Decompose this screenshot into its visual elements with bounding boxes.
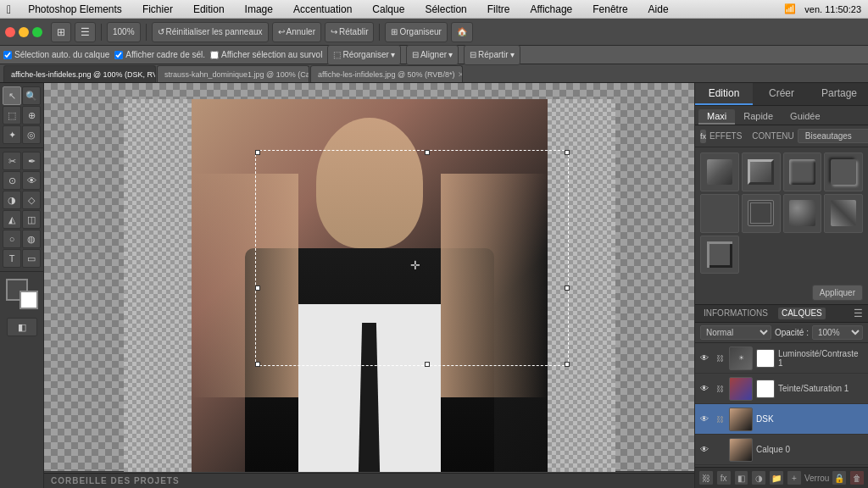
menu-filtre[interactable]: Filtre <box>484 3 514 15</box>
lock-btn[interactable]: 🔒 <box>832 470 847 485</box>
layer-visibility-4[interactable]: 👁 <box>698 444 710 456</box>
add-style-btn[interactable]: fx <box>716 470 732 485</box>
opacity-select[interactable]: 100% 75% 50% <box>812 325 863 340</box>
magic-wand-tool[interactable]: ✦ <box>3 125 21 144</box>
menu-fichier[interactable]: Fichier <box>139 3 176 15</box>
opacity-label: Opacité : <box>775 328 809 337</box>
afficher-selection-option[interactable]: Afficher sélection au survol <box>210 50 322 59</box>
bevel-item-6[interactable] <box>742 194 781 233</box>
menu-selection[interactable]: Sélection <box>421 3 470 15</box>
annuler-btn[interactable]: ↩ Annuler <box>272 22 321 42</box>
bevel-item-5[interactable] <box>700 194 739 233</box>
effets-tab[interactable]: EFFETS <box>709 131 742 141</box>
text-tool[interactable]: T <box>3 249 21 268</box>
bevel-item-8[interactable] <box>824 194 863 233</box>
repartir-btn[interactable]: ⊟ Répartir ▾ <box>464 45 520 65</box>
lasso-tool[interactable]: ⊕ <box>22 106 41 125</box>
marquee-tool[interactable]: ⬚ <box>3 106 21 125</box>
thumbnail-view-btn[interactable]: ⊞ <box>51 22 71 42</box>
layer-item-teinte[interactable]: 👁 ⛓ Teinte/Saturation 1 <box>695 374 868 404</box>
layer-item-calque0[interactable]: 👁 Calque 0 <box>695 435 868 465</box>
delete-layer-btn[interactable]: 🗑 <box>849 470 865 485</box>
reorganiser-btn[interactable]: ⬚ Réorganiser ▾ <box>327 45 400 65</box>
menu-image[interactable]: Image <box>242 3 276 15</box>
bevel-item-4[interactable] <box>824 152 863 191</box>
add-mask-btn[interactable]: ◧ <box>734 470 749 485</box>
zoom-tool[interactable]: 🔍 <box>22 86 41 105</box>
quick-select-tool[interactable]: ◎ <box>22 125 41 144</box>
paint-bucket-tool[interactable]: ◭ <box>3 210 21 229</box>
right-panel: Edition Créer Partage Maxi Rapide Guidée… <box>694 83 868 488</box>
brush-tool[interactable]: ◑ <box>3 191 21 209</box>
bevel-item-9[interactable] <box>700 236 739 274</box>
menu-edition[interactable]: Edition <box>190 3 228 15</box>
new-layer-btn[interactable]: + <box>787 470 802 485</box>
blur-tool[interactable]: ◍ <box>22 230 41 248</box>
subtab-maxi[interactable]: Maxi <box>698 109 735 125</box>
doc-tab-1[interactable]: affiche-les-infideles.png @ 100% (DSK, R… <box>3 65 156 82</box>
biseautages-select[interactable]: Biseautages Ombres portées Lueur extérie… <box>798 129 868 143</box>
layer-item-luminosite[interactable]: 👁 ⛓ ☀ Luminosité/Contraste 1 <box>695 343 868 374</box>
doc-tab-3[interactable]: affiche-les-infideles.jpg @ 50% (RVB/8*)… <box>310 65 463 82</box>
spot-heal-tool[interactable]: ⊙ <box>3 171 21 190</box>
tab-close-3[interactable]: ✕ <box>458 70 463 79</box>
move-tool[interactable]: ↖ <box>3 86 21 105</box>
retablir-btn[interactable]: ↪ Rétablir <box>325 22 374 42</box>
close-button[interactable] <box>5 27 15 37</box>
subtab-guidee[interactable]: Guidée <box>782 109 828 125</box>
menu-affichage[interactable]: Affichage <box>526 3 576 15</box>
link-layers-btn[interactable]: ⛓ <box>698 470 714 485</box>
minimize-button[interactable] <box>19 27 29 37</box>
quick-mask-btn[interactable]: ◧ <box>7 318 37 336</box>
gradient-tool[interactable]: ◫ <box>22 210 41 229</box>
informations-tab[interactable]: INFORMATIONS <box>700 308 771 319</box>
subtab-rapide[interactable]: Rapide <box>735 109 782 125</box>
dodge-tool[interactable]: ○ <box>3 230 21 248</box>
add-adjustment-btn[interactable]: ◑ <box>751 470 766 485</box>
menu-fenetre[interactable]: Fenêtre <box>589 3 631 15</box>
tab-edition[interactable]: Edition <box>695 83 753 105</box>
doc-tab-2[interactable]: strauss-kahn_dominique1.jpg @ 100% (Calq… <box>157 65 309 82</box>
list-view-btn[interactable]: ☰ <box>75 22 96 42</box>
selection-handle-bl <box>255 362 260 367</box>
bevel-item-7[interactable] <box>783 194 822 233</box>
background-color[interactable] <box>19 291 38 309</box>
eraser-tool[interactable]: ◇ <box>22 191 41 209</box>
layer-visibility-2[interactable]: 👁 <box>698 383 710 395</box>
selection-auto-option[interactable]: Sélection auto. du calque <box>3 50 109 59</box>
menu-photoshop[interactable]: Photoshop Elements <box>25 3 125 15</box>
color-swatches[interactable] <box>6 279 38 309</box>
home-btn[interactable]: 🏠 <box>451 22 473 42</box>
new-group-btn[interactable]: 📁 <box>769 470 784 485</box>
menu-accentuation[interactable]: Accentuation <box>290 3 355 15</box>
bevel-item-2[interactable] <box>742 152 781 191</box>
layer-mask-1 <box>756 349 775 368</box>
menu-calque[interactable]: Calque <box>369 3 408 15</box>
bevel-item-3[interactable] <box>783 152 822 191</box>
eyedropper-tool[interactable]: ✒ <box>22 152 41 170</box>
red-eye-tool[interactable]: 👁 <box>22 171 41 190</box>
contenu-tab[interactable]: CONTENU <box>752 131 793 141</box>
blend-mode-select[interactable]: Normal Multiplier Écran <box>700 325 771 340</box>
zoom-btn[interactable]: 100% <box>107 22 141 42</box>
selection-handle-bc <box>425 362 430 367</box>
crop-tool[interactable]: ✂ <box>3 152 21 170</box>
tab-creer[interactable]: Créer <box>753 83 810 105</box>
layer-item-dsk[interactable]: 👁 ⛓ DSK <box>695 404 868 435</box>
layer-name-2: Teinte/Saturation 1 <box>778 384 865 393</box>
organiseur-btn[interactable]: ⊞ Organiseur <box>385 22 447 42</box>
layer-visibility-3[interactable]: 👁 <box>698 413 710 425</box>
afficher-cadre-option[interactable]: Afficher cadre de sél. <box>114 50 205 59</box>
apple-logo[interactable]:  <box>7 3 11 16</box>
menu-aide[interactable]: Aide <box>645 3 672 15</box>
bevel-item-1[interactable] <box>700 152 739 191</box>
layer-visibility-1[interactable]: 👁 <box>698 352 710 364</box>
shape-tool[interactable]: ▭ <box>22 249 41 268</box>
aligner-btn[interactable]: ⊟ Aligner ▾ <box>406 45 459 65</box>
reinitialiser-btn[interactable]: ↺ Réinitialiser les panneaux <box>152 22 269 42</box>
panel-menu-icon[interactable]: ☰ <box>854 308 863 319</box>
apply-button[interactable]: Appliquer <box>812 285 863 301</box>
maximize-button[interactable] <box>32 27 42 37</box>
calques-tab[interactable]: CALQUES <box>778 308 826 319</box>
tab-partage[interactable]: Partage <box>810 83 868 105</box>
